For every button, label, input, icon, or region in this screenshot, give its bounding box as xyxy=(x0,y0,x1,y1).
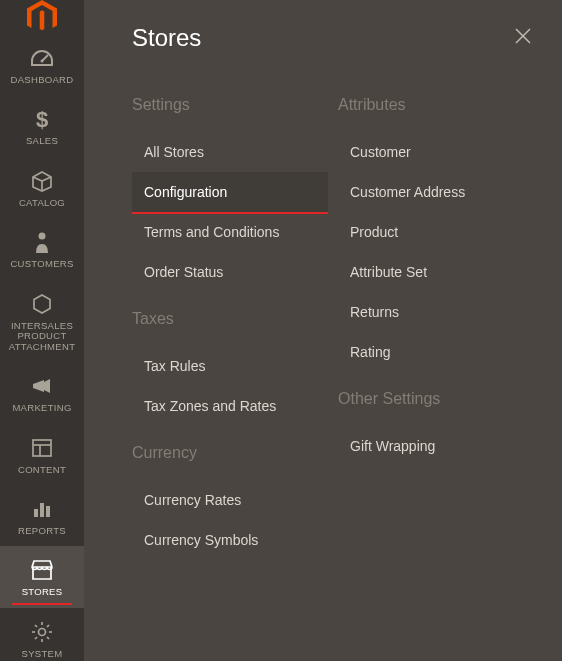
svg-point-1 xyxy=(41,60,44,63)
nav-label: CUSTOMERS xyxy=(8,259,75,269)
nav-system[interactable]: SYSTEM xyxy=(0,608,84,661)
nav-intersales-product-attachment[interactable]: INTERSALES PRODUCT ATTACHMENT xyxy=(0,280,84,362)
nav-stores[interactable]: STORES xyxy=(0,546,84,607)
app-root: DASHBOARD $ SALES CATALOG CUSTOMERS INTE… xyxy=(0,0,562,661)
menu-link-customer[interactable]: Customer xyxy=(338,132,534,172)
svg-line-17 xyxy=(35,637,37,639)
magento-logo-icon xyxy=(27,0,57,34)
nav-catalog[interactable]: CATALOG xyxy=(0,157,84,218)
menu-link-configuration[interactable]: Configuration xyxy=(132,172,328,212)
nav-label: REPORTS xyxy=(16,526,68,536)
menu-link-order-status[interactable]: Order Status xyxy=(132,252,328,292)
menu-link-attribute-set[interactable]: Attribute Set xyxy=(338,252,534,292)
svg-text:$: $ xyxy=(36,107,48,131)
nav-customers[interactable]: CUSTOMERS xyxy=(0,218,84,279)
menu-link-gift-wrapping[interactable]: Gift Wrapping xyxy=(338,426,534,466)
gauge-icon xyxy=(30,45,54,71)
nav-label: STORES xyxy=(20,587,65,597)
nav-content[interactable]: CONTENT xyxy=(0,424,84,485)
menu-link-tax-rules[interactable]: Tax Rules xyxy=(132,346,328,386)
section-heading-settings: Settings xyxy=(132,96,328,114)
svg-point-3 xyxy=(39,233,46,240)
panel-col-left: SettingsAll StoresConfigurationTerms and… xyxy=(132,78,328,560)
menu-link-rating[interactable]: Rating xyxy=(338,332,534,372)
panel-col-right: AttributesCustomerCustomer AddressProduc… xyxy=(338,78,534,560)
magento-logo[interactable] xyxy=(0,0,84,34)
svg-rect-9 xyxy=(46,506,50,517)
nav-label: MARKETING xyxy=(10,403,73,413)
svg-line-16 xyxy=(47,637,49,639)
svg-rect-7 xyxy=(34,509,38,517)
panel-body: SettingsAll StoresConfigurationTerms and… xyxy=(84,70,562,560)
stores-flyout-panel: Stores SettingsAll StoresConfigurationTe… xyxy=(84,0,562,661)
svg-line-18 xyxy=(47,625,49,627)
menu-link-customer-address[interactable]: Customer Address xyxy=(338,172,534,212)
nav-label: INTERSALES PRODUCT ATTACHMENT xyxy=(0,321,84,352)
nav-label: CATALOG xyxy=(17,198,67,208)
hexagon-icon xyxy=(31,291,53,317)
menu-link-all-stores[interactable]: All Stores xyxy=(132,132,328,172)
bars-icon xyxy=(31,496,53,522)
panel-title: Stores xyxy=(132,24,201,52)
section-heading-taxes: Taxes xyxy=(132,310,328,328)
panel-header: Stores xyxy=(84,0,562,70)
section-heading-attributes: Attributes xyxy=(338,96,534,114)
menu-link-tax-zones-and-rates[interactable]: Tax Zones and Rates xyxy=(132,386,328,426)
nav-sales[interactable]: $ SALES xyxy=(0,95,84,156)
layout-icon xyxy=(31,435,53,461)
svg-rect-8 xyxy=(40,503,44,517)
nav-label: SALES xyxy=(24,136,60,146)
nav-label: SYSTEM xyxy=(20,649,65,659)
nav-marketing[interactable]: MARKETING xyxy=(0,362,84,423)
nav-reports[interactable]: REPORTS xyxy=(0,485,84,546)
nav-label: DASHBOARD xyxy=(9,75,76,85)
svg-rect-4 xyxy=(33,440,51,456)
section-heading-currency: Currency xyxy=(132,444,328,462)
close-icon xyxy=(514,25,532,51)
admin-sidebar: DASHBOARD $ SALES CATALOG CUSTOMERS INTE… xyxy=(0,0,84,661)
menu-link-terms-and-conditions[interactable]: Terms and Conditions xyxy=(132,212,328,252)
megaphone-icon xyxy=(30,373,54,399)
box-icon xyxy=(31,168,53,194)
close-button[interactable] xyxy=(512,27,534,49)
menu-link-currency-symbols[interactable]: Currency Symbols xyxy=(132,520,328,560)
nav-dashboard[interactable]: DASHBOARD xyxy=(0,34,84,95)
svg-point-10 xyxy=(39,628,46,635)
section-heading-other-settings: Other Settings xyxy=(338,390,534,408)
person-icon xyxy=(34,229,50,255)
nav-label: CONTENT xyxy=(16,465,68,475)
svg-line-15 xyxy=(35,625,37,627)
dollar-icon: $ xyxy=(33,106,51,132)
menu-link-product[interactable]: Product xyxy=(338,212,534,252)
menu-link-returns[interactable]: Returns xyxy=(338,292,534,332)
gear-icon xyxy=(31,619,53,645)
menu-link-currency-rates[interactable]: Currency Rates xyxy=(132,480,328,520)
storefront-icon xyxy=(30,557,54,583)
